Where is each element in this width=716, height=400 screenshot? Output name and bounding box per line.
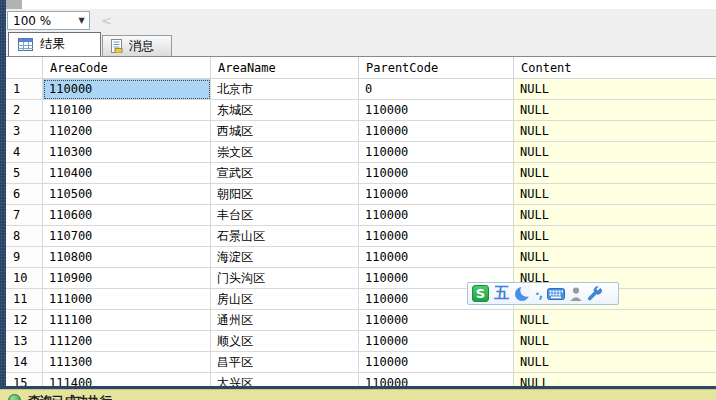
cell-parentcode[interactable]: 110000 xyxy=(359,205,514,226)
cell-areaname[interactable]: 房山区 xyxy=(211,289,359,310)
cell-content[interactable]: NULL xyxy=(514,121,716,142)
row-number[interactable]: 3 xyxy=(6,121,43,142)
scrollbar-corner xyxy=(6,0,22,9)
cell-areacode[interactable]: 111300 xyxy=(43,352,211,373)
cell-areaname[interactable]: 北京市 xyxy=(211,79,359,100)
results-grid: AreaCode AreaName ParentCode Content 1 1… xyxy=(6,56,716,386)
cell-areaname[interactable]: 通州区 xyxy=(211,310,359,331)
cell-parentcode[interactable]: 110000 xyxy=(359,310,514,331)
cell-areacode[interactable]: 110900 xyxy=(43,268,211,289)
fullwidth-moon-icon[interactable] xyxy=(514,286,530,302)
cell-content[interactable]: NULL xyxy=(514,184,716,205)
column-header-areaname[interactable]: AreaName xyxy=(211,57,359,79)
cell-areaname[interactable]: 石景山区 xyxy=(211,226,359,247)
cell-parentcode[interactable]: 110000 xyxy=(359,352,514,373)
cell-areaname[interactable]: 朝阳区 xyxy=(211,184,359,205)
cell-parentcode[interactable]: 110000 xyxy=(359,226,514,247)
cell-content[interactable]: NULL xyxy=(514,373,716,386)
cell-parentcode[interactable]: 110000 xyxy=(359,373,514,386)
cell-content[interactable]: NULL xyxy=(514,79,716,100)
table-row: 2 110100 东城区 110000 NULL xyxy=(6,100,716,121)
wrench-settings-icon[interactable] xyxy=(587,286,602,301)
cell-content[interactable]: NULL xyxy=(514,247,716,268)
cell-areaname[interactable]: 宣武区 xyxy=(211,163,359,184)
cell-areaname[interactable]: 崇文区 xyxy=(211,142,359,163)
cell-parentcode[interactable]: 110000 xyxy=(359,184,514,205)
row-number[interactable]: 8 xyxy=(6,226,43,247)
chevron-down-icon[interactable]: ▼ xyxy=(74,16,89,25)
cell-areacode[interactable]: 111100 xyxy=(43,310,211,331)
row-number[interactable]: 2 xyxy=(6,100,43,121)
sogou-ime-toolbar: S 五 ·, xyxy=(467,282,619,305)
row-number[interactable]: 13 xyxy=(6,331,43,352)
cell-areaname[interactable]: 顺义区 xyxy=(211,331,359,352)
cell-areacode[interactable]: 110300 xyxy=(43,142,211,163)
cell-content[interactable]: NULL xyxy=(514,331,716,352)
cell-content[interactable]: NULL xyxy=(514,226,716,247)
column-header-parentcode[interactable]: ParentCode xyxy=(359,57,514,79)
row-number[interactable]: 6 xyxy=(6,184,43,205)
table-row: 9 110800 海淀区 110000 NULL xyxy=(6,247,716,268)
cell-areaname[interactable]: 门头沟区 xyxy=(211,268,359,289)
row-number[interactable]: 1 xyxy=(6,79,43,100)
cell-parentcode[interactable]: 0 xyxy=(359,79,514,100)
results-grid-icon xyxy=(18,38,33,51)
cell-areaname[interactable]: 海淀区 xyxy=(211,247,359,268)
table-row: 6 110500 朝阳区 110000 NULL xyxy=(6,184,716,205)
row-number[interactable]: 14 xyxy=(6,352,43,373)
cell-content[interactable]: NULL xyxy=(514,142,716,163)
cell-areacode-selected[interactable]: 110000 xyxy=(43,79,211,100)
cell-areaname[interactable]: 西城区 xyxy=(211,121,359,142)
cell-areacode[interactable]: 110100 xyxy=(43,100,211,121)
user-profile-icon[interactable] xyxy=(570,287,582,301)
row-number[interactable]: 7 xyxy=(6,205,43,226)
status-message: 查询已成功执行 xyxy=(28,394,112,400)
cell-areacode[interactable]: 110200 xyxy=(43,121,211,142)
cell-areacode[interactable]: 110500 xyxy=(43,184,211,205)
row-number[interactable]: 11 xyxy=(6,289,43,310)
cell-areacode[interactable]: 110700 xyxy=(43,226,211,247)
select-all-corner[interactable] xyxy=(6,57,43,79)
row-number[interactable]: 4 xyxy=(6,142,43,163)
cell-areacode[interactable]: 110600 xyxy=(43,205,211,226)
cell-parentcode[interactable]: 110000 xyxy=(359,142,514,163)
cell-parentcode[interactable]: 110000 xyxy=(359,121,514,142)
cell-areaname[interactable]: 东城区 xyxy=(211,100,359,121)
cell-content[interactable]: NULL xyxy=(514,100,716,121)
keyboard-icon[interactable] xyxy=(547,288,565,300)
cell-content[interactable]: NULL xyxy=(514,352,716,373)
cell-parentcode[interactable]: 110000 xyxy=(359,163,514,184)
cell-areacode[interactable]: 111400 xyxy=(43,373,211,386)
cell-parentcode[interactable]: 110000 xyxy=(359,331,514,352)
punctuation-mode-icon[interactable]: ·, xyxy=(535,287,542,301)
zoom-level-select[interactable]: 100 % ▼ xyxy=(7,11,90,30)
row-number[interactable]: 9 xyxy=(6,247,43,268)
cell-areaname[interactable]: 丰台区 xyxy=(211,205,359,226)
row-number[interactable]: 10 xyxy=(6,268,43,289)
cell-areaname[interactable]: 大兴区 xyxy=(211,373,359,386)
row-number[interactable]: 5 xyxy=(6,163,43,184)
wubi-mode-icon[interactable]: 五 xyxy=(494,285,509,302)
column-header-content[interactable]: Content xyxy=(514,57,716,79)
row-number[interactable]: 15 xyxy=(6,373,43,386)
scroll-left-icon[interactable]: < xyxy=(101,13,112,28)
cell-content[interactable]: NULL xyxy=(514,163,716,184)
tab-messages-label: 消息 xyxy=(129,38,154,55)
table-row: 14 111300 昌平区 110000 NULL xyxy=(6,352,716,373)
cell-areaname[interactable]: 昌平区 xyxy=(211,352,359,373)
cell-areacode[interactable]: 111200 xyxy=(43,331,211,352)
table-row: 1 110000 北京市 0 NULL xyxy=(6,79,716,100)
cell-areacode[interactable]: 110400 xyxy=(43,163,211,184)
zoom-level-value: 100 % xyxy=(8,14,74,28)
cell-content[interactable]: NULL xyxy=(514,310,716,331)
tab-results[interactable]: 结果 xyxy=(8,32,101,56)
cell-parentcode[interactable]: 110000 xyxy=(359,100,514,121)
sogou-logo-icon[interactable]: S xyxy=(472,285,489,302)
cell-areacode[interactable]: 110800 xyxy=(43,247,211,268)
tab-messages[interactable]: 消息 xyxy=(102,35,172,56)
cell-areacode[interactable]: 111000 xyxy=(43,289,211,310)
column-header-areacode[interactable]: AreaCode xyxy=(43,57,211,79)
row-number[interactable]: 12 xyxy=(6,310,43,331)
cell-content[interactable]: NULL xyxy=(514,205,716,226)
cell-parentcode[interactable]: 110000 xyxy=(359,247,514,268)
